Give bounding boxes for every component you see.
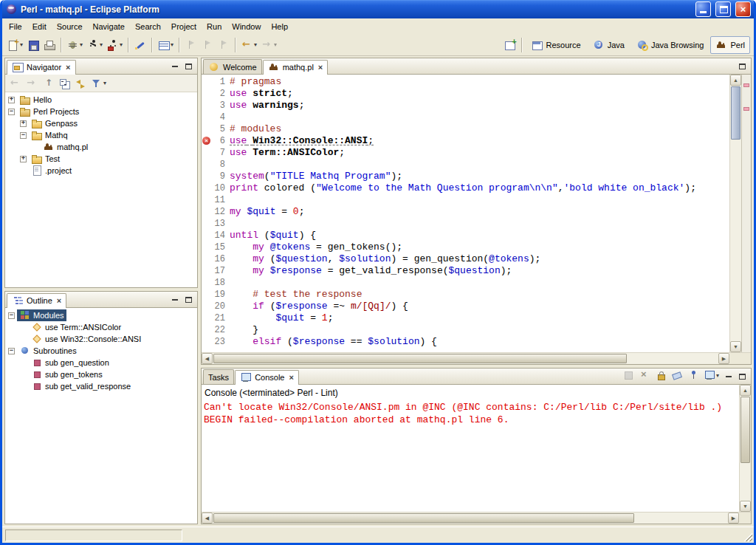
menu-window[interactable]: Window: [227, 20, 266, 33]
minimize-button[interactable]: [695, 1, 711, 17]
error-overview-mark[interactable]: [743, 83, 749, 87]
outline-item-subroutines[interactable]: −Subroutines: [5, 345, 197, 357]
code-line[interactable]: 16 my ($question, $solution) = gen_quest…: [202, 253, 729, 265]
perspective-perl[interactable]: Perl: [710, 36, 750, 54]
console-vertical-scrollbar[interactable]: ▲ ▼: [739, 385, 751, 512]
scroll-lock-button[interactable]: [653, 368, 669, 383]
dropdown-arrow-icon[interactable]: ▾: [171, 41, 173, 48]
navigator-item-perl-projects[interactable]: −Perl Projects: [5, 106, 197, 117]
scrollbar-thumb[interactable]: [731, 86, 740, 140]
editor-overview-ruler[interactable]: [741, 75, 751, 352]
expander-collapsed-icon[interactable]: +: [8, 97, 15, 103]
menu-run[interactable]: Run: [202, 20, 227, 33]
menu-help[interactable]: Help: [266, 20, 293, 33]
editor-tab-mathq-pl[interactable]: mathq.pl×: [263, 60, 329, 75]
code-line[interactable]: 4: [202, 112, 729, 123]
navigator-item-hello[interactable]: +Hello: [5, 94, 197, 106]
dropdown-arrow-icon[interactable]: ▾: [20, 41, 23, 48]
editor-horizontal-scrollbar[interactable]: ◀ ▶: [202, 352, 751, 364]
menu-source[interactable]: Source: [52, 20, 88, 33]
code-line[interactable]: 3use warnings;: [202, 100, 729, 112]
outline-item-sub-get-valid-response[interactable]: sub get_valid_response: [5, 380, 197, 392]
code-line[interactable]: 1# pragmas: [202, 76, 729, 88]
outline-item-modules[interactable]: −Modules: [5, 309, 197, 321]
up-button[interactable]: [40, 76, 56, 91]
new-wizard-button[interactable]: ▾: [5, 36, 25, 54]
error-overview-mark[interactable]: [743, 107, 749, 111]
outline-item-use-term-ansicolor[interactable]: use Term::ANSIColor: [5, 321, 197, 333]
collapse-all-button[interactable]: [56, 76, 72, 91]
code-line[interactable]: 20 if ($response =~ m/[Qq]/) {: [202, 301, 729, 312]
scroll-up-icon[interactable]: ▲: [730, 75, 741, 86]
code-line[interactable]: 17 my $response = get_valid_response($qu…: [202, 265, 729, 277]
menu-file[interactable]: File: [4, 20, 27, 33]
console-tab-tasks[interactable]: Tasks: [203, 369, 234, 384]
expander-collapsed-icon[interactable]: +: [20, 156, 27, 162]
expander-expanded-icon[interactable]: −: [8, 109, 15, 115]
console-tab-console[interactable]: Console×: [235, 370, 299, 385]
scroll-up-icon[interactable]: ▲: [740, 385, 751, 396]
navigator-item-test[interactable]: +Test: [5, 153, 197, 165]
navigator-item-mathq[interactable]: −Mathq: [5, 129, 197, 141]
open-perspective-button[interactable]: [502, 36, 518, 54]
close-tab-icon[interactable]: ×: [318, 64, 323, 72]
menu-search[interactable]: Search: [130, 20, 166, 33]
navigator-minimize-button[interactable]: [168, 61, 181, 72]
code-line[interactable]: 11: [202, 194, 729, 206]
outline-tab[interactable]: Outline ×: [7, 293, 66, 308]
code-editor[interactable]: 1# pragmas2use strict;3use warnings;45# …: [202, 75, 729, 352]
scrollbar-thumb[interactable]: [213, 513, 634, 523]
console-maximize-button[interactable]: [736, 371, 749, 382]
code-line[interactable]: 7use Term::ANSIColor;: [202, 147, 729, 159]
print-button[interactable]: [41, 36, 58, 54]
maximize-button[interactable]: [715, 1, 731, 17]
code-line[interactable]: 8: [202, 159, 729, 171]
debug-button[interactable]: ▾: [65, 36, 85, 54]
dropdown-arrow-icon[interactable]: ▾: [120, 41, 123, 48]
code-line[interactable]: 18: [202, 277, 729, 289]
resize-grip[interactable]: [743, 532, 752, 541]
navigator-item-genpass[interactable]: +Genpass: [5, 117, 197, 129]
code-line[interactable]: 14until ($quit) {: [202, 230, 729, 241]
dropdown-arrow-icon[interactable]: ▾: [716, 372, 719, 379]
scrollbar-thumb[interactable]: [213, 354, 627, 363]
dropdown-arrow-icon[interactable]: ▾: [274, 41, 277, 48]
console-minimize-button[interactable]: [722, 371, 735, 382]
code-line[interactable]: 10print colored ("Welcome to the Math Qu…: [202, 182, 729, 194]
code-line[interactable]: 21 $quit = 1;: [202, 312, 729, 324]
scroll-right-icon[interactable]: ▶: [718, 353, 729, 364]
dropdown-arrow-icon[interactable]: ▾: [103, 80, 106, 86]
remove-launch-button[interactable]: [636, 368, 653, 383]
scroll-right-icon[interactable]: ▶: [728, 513, 739, 524]
close-tab-icon[interactable]: ×: [289, 374, 293, 382]
dropdown-arrow-icon[interactable]: ▾: [80, 41, 83, 48]
save-button[interactable]: [25, 36, 41, 54]
dropdown-arrow-icon[interactable]: ▾: [254, 41, 257, 48]
navigator-tab[interactable]: Navigator ×: [7, 60, 76, 75]
table-button[interactable]: ▾: [156, 36, 176, 54]
navigator-close-icon[interactable]: ×: [66, 64, 70, 72]
expander-expanded-icon[interactable]: −: [8, 312, 15, 319]
scrollbar-thumb[interactable]: [740, 397, 750, 463]
console-horizontal-scrollbar[interactable]: ◀ ▶: [202, 512, 751, 524]
code-line[interactable]: 9system("TITLE Mathq Program");: [202, 171, 729, 182]
code-line[interactable]: ×6use Win32::Console::ANSI;: [202, 135, 729, 147]
dropdown-arrow-icon[interactable]: ▾: [100, 41, 103, 48]
editor-maximize-button[interactable]: [736, 61, 749, 72]
code-line[interactable]: 2use strict;: [202, 88, 729, 100]
code-line[interactable]: 12my $quit = 0;: [202, 206, 729, 218]
filter-button[interactable]: ▾: [89, 76, 109, 91]
perspective-java[interactable]: Java: [588, 36, 630, 54]
expander-expanded-icon[interactable]: −: [20, 132, 27, 139]
console-output[interactable]: Console (<terminated> Perl - Lint) Can't…: [202, 385, 739, 512]
close-button[interactable]: ×: [735, 1, 751, 17]
code-line[interactable]: 15 my @tokens = gen_tokens();: [202, 241, 729, 253]
outline-minimize-button[interactable]: [168, 294, 181, 305]
scroll-down-icon[interactable]: ▼: [740, 501, 751, 512]
external-tools-button[interactable]: ▾: [105, 36, 125, 54]
outline-item-sub-gen-tokens[interactable]: sub gen_tokens: [5, 369, 197, 380]
code-line[interactable]: 23 elsif ($response == $solution) {: [202, 336, 729, 348]
expander-expanded-icon[interactable]: −: [8, 348, 15, 354]
scroll-left-icon[interactable]: ◀: [202, 353, 213, 364]
scroll-down-icon[interactable]: ▼: [730, 341, 741, 352]
